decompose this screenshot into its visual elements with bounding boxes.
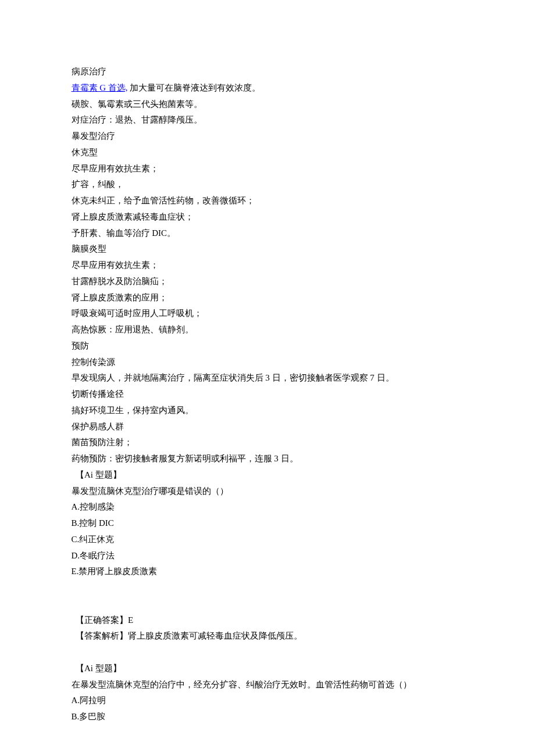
blank-line	[58, 596, 477, 612]
text-line: 青霉素 G 首选, 加大量可在脑脊液达到有效浓度。	[58, 80, 477, 96]
text-line: 休克未纠正，给予血管活性药物，改善微循环；	[58, 193, 477, 209]
question-option-b: B.控制 DIC	[58, 515, 477, 532]
text-line: 磺胺、氯霉素或三代头抱菌素等。	[58, 96, 477, 113]
text-line: 扩容，纠酸，	[58, 177, 477, 193]
question-option-c: C.纠正休克	[58, 532, 477, 548]
text-line: 切断传播途径	[58, 386, 477, 403]
question-stem: 在暴发型流脑休克型的治疗中，经充分扩容、纠酸治疗无效时。血管活性药物可首选（）	[58, 677, 477, 693]
text-rest: 加大量可在脑脊液达到有效浓度。	[128, 83, 261, 92]
blank-line	[58, 580, 477, 596]
text-line: 对症治疗：退热、甘露醇降颅压。	[58, 112, 477, 128]
text-line: 尽早应用有效抗生素；	[58, 161, 477, 177]
text-line: 暴发型治疗	[58, 128, 477, 145]
question-option-a: A.阿拉明	[58, 693, 477, 709]
text-line: 脑膜炎型	[58, 241, 477, 257]
question-option-b: B.多巴胺	[58, 709, 477, 725]
text-line: 保护易感人群	[58, 419, 477, 435]
text-line: 肾上腺皮质激素的应用；	[58, 290, 477, 306]
answer-explanation: 【答案解析】肾上腺皮质激素可减轻毒血症状及降低颅压。	[58, 628, 477, 644]
question-stem: 暴发型流脑休克型治疗哪项是错误的（）	[58, 483, 477, 500]
text-line: 病原治疗	[58, 64, 477, 80]
text-line: 预防	[58, 338, 477, 354]
text-line: 予肝素、输血等治疗 DIC。	[58, 225, 477, 242]
text-line: 尽早应用有效抗生素；	[58, 257, 477, 274]
text-line: 呼吸衰竭可适时应用人工呼吸机；	[58, 306, 477, 322]
question-header: 【Ai 型题】	[58, 467, 477, 483]
text-line: 搞好环境卫生，保持室内通风。	[58, 403, 477, 419]
question-option-e: E.禁用肾上腺皮质激素	[58, 564, 477, 580]
text-line: 早发现病人，并就地隔离治疗，隔离至症状消失后 3 日，密切接触者医学观察 7 日…	[58, 370, 477, 386]
text-line: 肾上腺皮质激素减轻毒血症状；	[58, 209, 477, 225]
text-line: 甘露醇脱水及防治脑疝；	[58, 274, 477, 290]
question-option-d: D.冬眠疗法	[58, 548, 477, 564]
document-body: 病原治疗 青霉素 G 首选, 加大量可在脑脊液达到有效浓度。 磺胺、氯霉素或三代…	[58, 64, 477, 725]
blank-line	[58, 644, 477, 661]
text-line: 控制传染源	[58, 354, 477, 371]
text-line: 休克型	[58, 145, 477, 161]
text-line: 高热惊厥：应用退热、镇静剂。	[58, 322, 477, 338]
answer-label: 【正确答案】E	[58, 612, 477, 629]
text-line: 药物预防：密切接触者服复方新诺明或利福平，连服 3 日。	[58, 451, 477, 467]
link-penicillin[interactable]: 青霉素 G 首选,	[72, 83, 128, 92]
question-header: 【Ai 型题】	[58, 661, 477, 677]
question-option-a: A.控制感染	[58, 499, 477, 515]
text-line: 菌苗预防注射；	[58, 435, 477, 451]
